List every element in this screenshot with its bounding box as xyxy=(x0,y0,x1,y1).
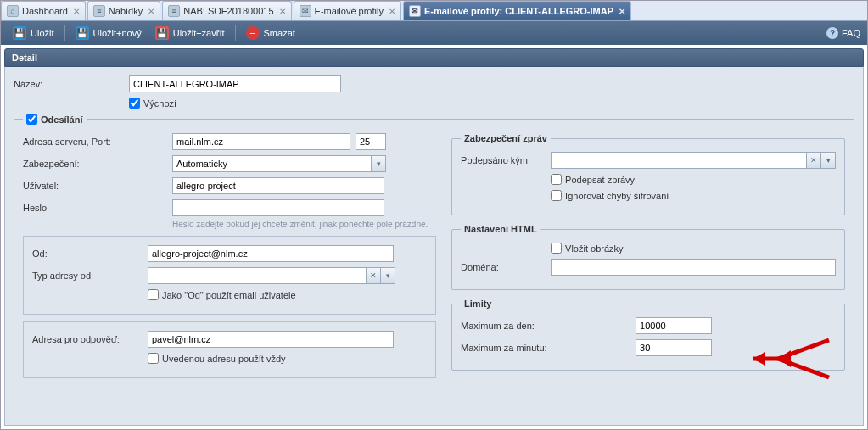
separator xyxy=(235,25,236,41)
save-close-label: Uložit+zavřít xyxy=(173,28,225,38)
from-use-user-email[interactable]: Jako "Od" použít email uživatele xyxy=(148,289,296,300)
save-new-label: Uložit+nový xyxy=(93,28,142,38)
tab-label: E-mailové profily: CLIENT-ALLEGRO-IMAP xyxy=(424,6,613,16)
signed-by-label: Podepsáno kým: xyxy=(461,155,546,165)
tab-bar: ⌂ Dashboard ✕ ≡ Nabídky ✕ ≡ NAB: SOF2018… xyxy=(1,1,867,21)
chevron-down-icon[interactable]: ▾ xyxy=(371,156,385,171)
close-icon[interactable]: ✕ xyxy=(73,7,80,16)
max-day-label: Maximum za den: xyxy=(461,321,630,331)
message-security-group: Zabezpečení zpráv Podepsáno kým: ✕ ▾ xyxy=(451,133,845,215)
server-host-input[interactable] xyxy=(172,133,350,150)
reply-box: Adresa pro odpověď: Uvedenou adresu použ… xyxy=(23,321,436,378)
reply-always-checkbox[interactable]: Uvedenou adresu použít vždy xyxy=(148,353,286,364)
message-security-legend: Zabezpečení zpráv xyxy=(461,133,551,143)
mail-icon: ✉ xyxy=(409,5,421,17)
server-label: Adresa serveru, Port: xyxy=(23,137,167,147)
sending-toggle[interactable]: Odesílání xyxy=(26,114,83,125)
delete-icon: − xyxy=(246,26,260,40)
from-type-label: Typ adresy od: xyxy=(32,271,143,281)
chevron-down-icon[interactable]: ▾ xyxy=(380,268,395,283)
name-input[interactable] xyxy=(129,75,341,92)
user-input[interactable] xyxy=(172,177,384,194)
embed-images-input[interactable] xyxy=(551,243,562,254)
password-hint: Heslo zadejte pokud jej chcete změnit, j… xyxy=(172,220,436,229)
ignore-enc-errors-label: Ignorovat chyby šifrování xyxy=(565,191,669,201)
ignore-enc-errors-checkbox[interactable]: Ignorovat chyby šifrování xyxy=(551,190,669,201)
from-type-select[interactable]: ✕ ▾ xyxy=(148,267,395,284)
tab-nabidky[interactable]: ≡ Nabídky ✕ xyxy=(87,1,160,20)
sign-messages-input[interactable] xyxy=(551,174,562,185)
reply-always-input[interactable] xyxy=(148,353,159,364)
tab-label: Dashboard xyxy=(22,6,68,16)
domain-label: Doména: xyxy=(461,262,546,272)
default-checkbox-label: Výchozí xyxy=(143,98,176,109)
chevron-down-icon[interactable]: ▾ xyxy=(820,153,835,168)
clear-icon[interactable]: ✕ xyxy=(366,268,380,283)
reply-always-label: Uvedenou adresu použít vždy xyxy=(162,354,286,364)
tab-email-profile-detail[interactable]: ✉ E-mailové profily: CLIENT-ALLEGRO-IMAP… xyxy=(403,1,631,20)
max-day-input[interactable] xyxy=(636,317,712,334)
from-use-user-email-input[interactable] xyxy=(148,289,159,300)
server-port-input[interactable] xyxy=(356,133,386,150)
ignore-enc-errors-input[interactable] xyxy=(551,190,562,201)
security-label: Zabezpečení: xyxy=(23,159,167,169)
sign-messages-label: Podepsat zprávy xyxy=(565,175,635,185)
faq-link[interactable]: ? FAQ xyxy=(826,27,860,39)
security-value[interactable] xyxy=(173,156,371,171)
document-icon: ≡ xyxy=(168,5,180,17)
sending-toggle-input[interactable] xyxy=(26,114,37,125)
from-use-user-email-label: Jako "Od" použít email uživatele xyxy=(162,290,296,300)
password-input[interactable] xyxy=(172,199,384,216)
save-close-button[interactable]: 💾 Uložit+zavřít xyxy=(150,25,230,42)
reply-input[interactable] xyxy=(148,331,394,348)
from-input[interactable] xyxy=(148,245,394,262)
sending-group: Odesílání Adresa serveru, Port: Zabezpeč… xyxy=(14,114,854,388)
user-label: Uživatel: xyxy=(23,181,167,191)
html-settings-group: Nastavení HTML Vložit obrázky Doména: xyxy=(451,224,845,290)
security-select[interactable]: ▾ xyxy=(172,155,386,172)
save-label: Uložit xyxy=(31,28,54,38)
default-checkbox[interactable]: Výchozí xyxy=(129,98,176,109)
html-settings-legend: Nastavení HTML xyxy=(461,224,540,234)
limits-legend: Limity xyxy=(461,299,495,309)
from-label: Od: xyxy=(32,249,143,259)
tab-label: Nabídky xyxy=(109,6,143,16)
close-icon[interactable]: ✕ xyxy=(389,7,395,16)
delete-label: Smazat xyxy=(264,28,295,38)
close-icon[interactable]: ✕ xyxy=(619,7,625,16)
limits-group: Limity Maximum za den: Maximum za minutu… xyxy=(451,299,845,371)
close-icon[interactable]: ✕ xyxy=(148,7,154,16)
clear-icon[interactable]: ✕ xyxy=(806,153,820,168)
separator xyxy=(64,25,65,41)
from-type-value[interactable] xyxy=(148,268,366,283)
tab-nab-sof[interactable]: ≡ NAB: SOF201800015 ✕ xyxy=(162,1,291,20)
signed-by-value[interactable] xyxy=(552,153,806,168)
default-checkbox-input[interactable] xyxy=(129,98,140,109)
embed-images-checkbox[interactable]: Vložit obrázky xyxy=(551,243,623,254)
signed-by-select[interactable]: ✕ ▾ xyxy=(551,152,836,169)
delete-button[interactable]: − Smazat xyxy=(241,25,300,42)
tab-dashboard[interactable]: ⌂ Dashboard ✕ xyxy=(1,1,86,20)
embed-images-label: Vložit obrázky xyxy=(565,243,623,254)
tab-label: E-mailové profily xyxy=(315,6,384,16)
max-min-label: Maximum za minutu: xyxy=(461,343,630,353)
section-title: Detail xyxy=(4,48,864,67)
toolbar: 💾 Uložit 💾 Uložit+nový 💾 Uložit+zavřít −… xyxy=(1,21,867,45)
faq-label: FAQ xyxy=(842,28,860,38)
name-label: Název: xyxy=(14,79,124,89)
domain-input[interactable] xyxy=(551,259,836,276)
document-icon: ≡ xyxy=(93,5,105,17)
reply-label: Adresa pro odpověď: xyxy=(32,334,143,344)
home-icon: ⌂ xyxy=(7,5,19,17)
save-new-icon: 💾 xyxy=(76,26,89,40)
max-min-input[interactable] xyxy=(636,339,712,356)
help-icon: ? xyxy=(826,27,838,39)
tab-email-profiles[interactable]: ✉ E-mailové profily ✕ xyxy=(294,1,401,20)
save-new-button[interactable]: 💾 Uložit+nový xyxy=(70,25,147,42)
mail-icon: ✉ xyxy=(300,5,311,17)
close-icon[interactable]: ✕ xyxy=(279,7,286,16)
save-icon: 💾 xyxy=(13,26,26,40)
sending-legend: Odesílání xyxy=(41,114,83,125)
save-button[interactable]: 💾 Uložit xyxy=(8,25,59,42)
sign-messages-checkbox[interactable]: Podepsat zprávy xyxy=(551,174,635,185)
